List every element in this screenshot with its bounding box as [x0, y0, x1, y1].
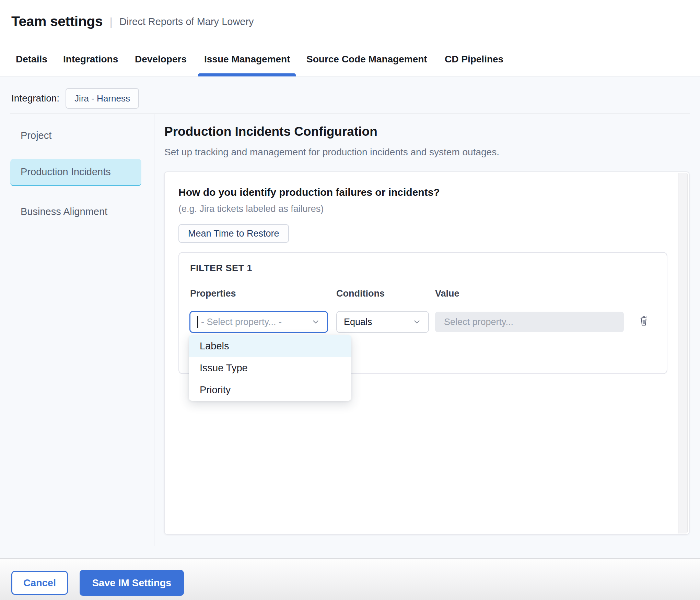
app-header: Team settings | Direct Reports of Mary L… [0, 0, 700, 43]
question-title: How do you identify production failures … [178, 187, 440, 198]
cancel-button[interactable]: Cancel [11, 571, 68, 595]
value-input[interactable] [435, 312, 624, 332]
active-tab-indicator [198, 73, 296, 76]
settings-tab-bar: Details Integrations Developers Issue Ma… [0, 43, 700, 76]
integration-row: Integration: Jira - Harness [11, 87, 139, 109]
dropdown-option-labels[interactable]: Labels [189, 335, 351, 357]
column-header-properties: Properties [190, 288, 236, 299]
conditions-select[interactable]: Equals [336, 311, 429, 333]
tab-cd-pipelines[interactable]: CD Pipelines [445, 54, 503, 65]
sidebar-item-project[interactable]: Project [10, 122, 141, 148]
scrollbar-track[interactable] [678, 173, 688, 533]
footer-action-bar: Cancel Save IM Settings [0, 559, 700, 600]
dropdown-option-issue-type[interactable]: Issue Type [189, 357, 351, 379]
tab-issue-management[interactable]: Issue Management [204, 54, 290, 65]
save-im-settings-button[interactable]: Save IM Settings [80, 570, 184, 596]
properties-select[interactable]: - Select property... - [189, 311, 328, 333]
tab-integrations[interactable]: Integrations [63, 54, 118, 65]
column-header-conditions: Conditions [336, 288, 385, 299]
chevron-down-icon [412, 317, 421, 326]
tab-details[interactable]: Details [16, 54, 47, 65]
column-header-value: Value [435, 288, 459, 299]
tab-developers[interactable]: Developers [135, 54, 187, 65]
config-card: How do you identify production failures … [164, 171, 690, 535]
chevron-down-icon [311, 317, 320, 326]
tab-source-code-management[interactable]: Source Code Management [306, 54, 427, 65]
section-subtitle: Set up tracking and management for produ… [164, 147, 499, 158]
question-hint: (e.g. Jira tickets labeled as failures) [178, 204, 324, 214]
sidebar-item-business-alignment[interactable]: Business Alignment [10, 199, 141, 225]
page-title: Team settings [11, 13, 103, 29]
trash-icon [638, 314, 649, 327]
text-cursor [197, 316, 198, 328]
metric-chip-mean-time-to-restore[interactable]: Mean Time to Restore [178, 224, 289, 243]
integration-badge[interactable]: Jira - Harness [66, 88, 139, 109]
title-separator: | [109, 15, 113, 28]
conditions-value: Equals [344, 317, 372, 327]
section-title: Production Incidents Configuration [164, 124, 377, 139]
properties-placeholder: - Select property... - [201, 317, 282, 327]
property-dropdown-menu: Labels Issue Type Priority [189, 335, 351, 401]
sidebar-divider [154, 114, 154, 546]
horizontal-divider [10, 113, 690, 114]
delete-filter-button[interactable] [636, 312, 651, 329]
team-name-subtitle: Direct Reports of Mary Lowery [119, 16, 254, 27]
filter-set-title: FILTER SET 1 [190, 263, 252, 274]
integration-label: Integration: [11, 93, 59, 104]
sidebar-item-production-incidents[interactable]: Production Incidents [10, 159, 141, 186]
dropdown-option-priority[interactable]: Priority [189, 379, 351, 401]
